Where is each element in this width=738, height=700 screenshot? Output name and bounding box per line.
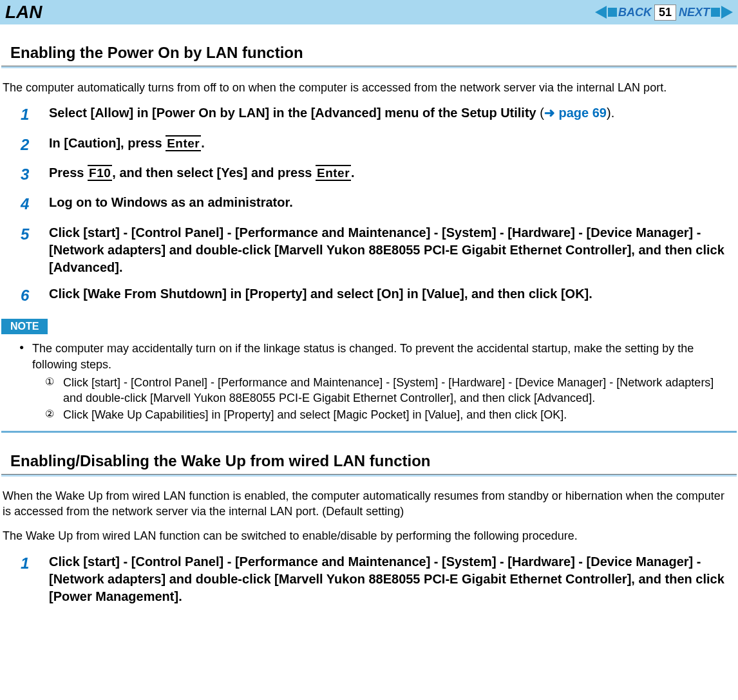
step-text: Click [Wake From Shutdown] in [Property]… (49, 285, 735, 306)
note-substeps: ① Click [start] - [Control Panel] - [Per… (45, 375, 735, 423)
substep-b: ② Click [Wake Up Capabilities] in [Prope… (45, 407, 735, 422)
section-rule (1, 474, 737, 477)
step-text: Click [start] - [Control Panel] - [Perfo… (49, 224, 735, 276)
substep-text: Click [start] - [Control Panel] - [Perfo… (63, 375, 735, 406)
circled-number-icon: ① (45, 375, 58, 406)
step-3: 3 Press F10, and then select [Yes] and p… (21, 164, 735, 185)
note-text: The computer may accidentally turn on if… (32, 342, 694, 370)
step-4: 4 Log on to Windows as an administrator. (21, 194, 735, 214)
note-label: NOTE (1, 319, 48, 334)
step-number: 1 (21, 553, 35, 605)
paren-open: ( (540, 106, 544, 120)
page-xref-link[interactable]: ➜ page 69 (544, 106, 607, 120)
step-text: Log on to Windows as an administrator. (49, 194, 735, 214)
document-title: LAN (5, 2, 43, 23)
step-1: 1 Click [start] - [Control Panel] - [Per… (21, 553, 735, 605)
step-text-part: Press (49, 166, 88, 180)
step-1: 1 Select [Allow] in [Power On by LAN] in… (21, 104, 735, 125)
step-6: 6 Click [Wake From Shutdown] in [Propert… (21, 285, 735, 306)
next-arrow-icon[interactable] (712, 6, 733, 19)
section2-intro-2: The Wake Up from wired LAN function can … (3, 528, 735, 544)
key-enter: Enter (166, 135, 201, 151)
step-text-part: . (351, 166, 355, 180)
back-link[interactable]: BACK (618, 6, 652, 19)
section2-steps: 1 Click [start] - [Control Panel] - [Per… (21, 553, 735, 605)
note-bottom-rule (1, 431, 737, 433)
substep-a: ① Click [start] - [Control Panel] - [Per… (45, 375, 735, 406)
circled-number-icon: ② (45, 407, 58, 422)
step-number: 4 (21, 194, 35, 214)
section1-steps: 1 Select [Allow] in [Power On by LAN] in… (21, 104, 735, 306)
note-list: The computer may accidentally turn on if… (19, 341, 735, 422)
substep-text: Click [Wake Up Capabilities] in [Propert… (63, 407, 567, 422)
step-text-part: , and then select [Yes] and press (112, 166, 316, 180)
step-text-part: . (201, 136, 205, 150)
step-number: 6 (21, 285, 35, 306)
paren-close: ). (607, 106, 614, 120)
step-text-part: Select [Allow] in [Power On by LAN] in t… (49, 106, 540, 120)
key-f10: F10 (88, 165, 112, 181)
step-text: Select [Allow] in [Power On by LAN] in t… (49, 104, 735, 125)
xref-text: ➜ page 69 (544, 106, 607, 120)
header-bar: LAN BACK 51 NEXT (0, 0, 738, 24)
step-text: In [Caution], press Enter. (49, 135, 735, 155)
page-content: Enabling the Power On by LAN function Th… (0, 44, 738, 605)
section-heading-1: Enabling the Power On by LAN function (10, 44, 737, 62)
step-text-part: In [Caution], press (49, 136, 166, 150)
key-enter: Enter (316, 165, 351, 181)
next-link[interactable]: NEXT (679, 6, 710, 19)
step-2: 2 In [Caution], press Enter. (21, 135, 735, 155)
step-number: 2 (21, 135, 35, 155)
section1-intro: The computer automatically turns from of… (3, 80, 735, 95)
section-rule (1, 66, 737, 68)
step-number: 1 (21, 104, 35, 125)
step-number: 5 (21, 224, 35, 276)
step-number: 3 (21, 164, 35, 185)
step-text: Press F10, and then select [Yes] and pre… (49, 164, 735, 185)
page-nav: BACK 51 NEXT (595, 5, 733, 21)
section-heading-2: Enabling/Disabling the Wake Up from wire… (10, 452, 737, 470)
step-5: 5 Click [start] - [Control Panel] - [Per… (21, 224, 735, 276)
section2-intro-1: When the Wake Up from wired LAN function… (3, 488, 735, 520)
back-arrow-icon[interactable] (595, 6, 616, 19)
note-item: The computer may accidentally turn on if… (19, 341, 735, 422)
step-text: Click [start] - [Control Panel] - [Perfo… (49, 553, 735, 605)
page-number: 51 (654, 5, 676, 21)
